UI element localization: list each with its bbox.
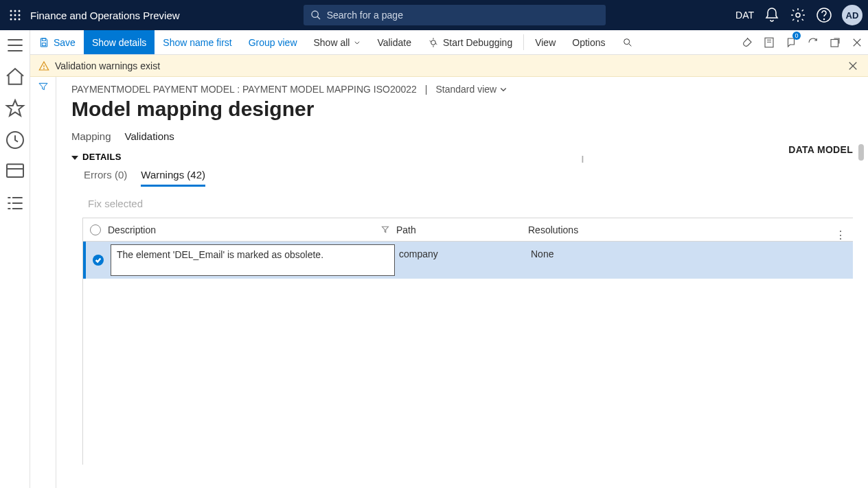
table-header: Description Path Resolutions ⋮ bbox=[83, 218, 853, 242]
splitter-handle[interactable]: || bbox=[582, 155, 582, 163]
warning-banner: Validation warnings exist bbox=[30, 55, 868, 77]
svg-rect-26 bbox=[42, 38, 45, 40]
app-launcher-icon[interactable] bbox=[5, 5, 25, 25]
options-button[interactable]: Options bbox=[564, 30, 613, 54]
cell-path: company bbox=[399, 242, 531, 279]
scrollbar-thumb[interactable] bbox=[858, 144, 864, 161]
col-resolutions[interactable]: Resolutions bbox=[528, 224, 578, 235]
select-all-column[interactable] bbox=[83, 224, 108, 235]
svg-line-34 bbox=[629, 44, 631, 46]
office-icon[interactable] bbox=[758, 30, 780, 54]
hamburger-icon[interactable] bbox=[4, 34, 26, 56]
recent-icon[interactable] bbox=[4, 129, 26, 151]
svg-line-31 bbox=[430, 40, 431, 41]
group-view-button[interactable]: Group view bbox=[240, 30, 306, 54]
collapse-icon bbox=[71, 154, 78, 161]
svg-line-32 bbox=[435, 43, 437, 44]
svg-point-0 bbox=[10, 10, 12, 12]
help-icon[interactable] bbox=[816, 7, 832, 23]
toolbar-divider bbox=[523, 34, 524, 50]
view-button[interactable]: View bbox=[527, 30, 564, 54]
warnings-table: Description Path Resolutions ⋮ bbox=[82, 218, 853, 465]
chevron-down-icon bbox=[354, 39, 361, 46]
svg-rect-36 bbox=[831, 39, 838, 47]
svg-point-5 bbox=[19, 14, 21, 16]
primary-tabs: Mapping Validations bbox=[71, 130, 853, 142]
fix-selected-button[interactable]: Fix selected bbox=[88, 198, 853, 209]
show-all-button[interactable]: Show all bbox=[306, 30, 369, 54]
action-toolbar: Save Show details Show name first Group … bbox=[30, 30, 868, 55]
start-debugging-button[interactable]: Start Debugging bbox=[420, 30, 521, 54]
column-filter-icon[interactable] bbox=[381, 224, 389, 235]
svg-point-6 bbox=[10, 19, 12, 21]
workspaces-icon[interactable] bbox=[4, 161, 26, 183]
close-icon[interactable] bbox=[846, 30, 868, 54]
breadcrumb-path: PAYMENTMODEL PAYMENT MODEL : PAYMENT MOD… bbox=[71, 84, 417, 95]
svg-point-28 bbox=[431, 40, 436, 45]
col-description[interactable]: Description bbox=[108, 224, 156, 235]
breadcrumb: PAYMENTMODEL PAYMENT MODEL : PAYMENT MOD… bbox=[71, 84, 853, 95]
tab-validations[interactable]: Validations bbox=[125, 130, 174, 142]
tab-mapping[interactable]: Mapping bbox=[71, 130, 111, 142]
top-app-bar: Finance and Operations Preview Search fo… bbox=[0, 0, 868, 30]
data-model-heading: DATA MODEL bbox=[788, 144, 853, 155]
table-row[interactable]: The element 'DEL_Email' is marked as obs… bbox=[83, 242, 853, 279]
view-selector[interactable]: Standard view bbox=[435, 84, 507, 95]
tab-errors[interactable]: Errors (0) bbox=[84, 169, 127, 187]
svg-point-7 bbox=[14, 19, 16, 21]
global-search-input[interactable]: Search for a page bbox=[304, 5, 606, 25]
svg-point-1 bbox=[14, 10, 16, 12]
search-icon bbox=[310, 10, 321, 21]
svg-point-11 bbox=[796, 13, 800, 17]
filter-column bbox=[30, 77, 56, 488]
save-icon bbox=[38, 37, 49, 48]
notifications-icon[interactable] bbox=[764, 7, 780, 23]
search-icon bbox=[622, 37, 633, 48]
svg-point-33 bbox=[624, 38, 629, 44]
chevron-down-icon bbox=[499, 85, 507, 93]
messages-badge: 0 bbox=[792, 32, 801, 40]
svg-point-8 bbox=[19, 19, 21, 21]
col-path[interactable]: Path bbox=[396, 224, 416, 235]
popout-icon[interactable] bbox=[824, 30, 846, 54]
details-header[interactable]: DETAILS bbox=[71, 152, 853, 162]
svg-point-3 bbox=[10, 14, 12, 16]
settings-icon[interactable] bbox=[790, 7, 806, 23]
debug-icon bbox=[428, 37, 439, 48]
svg-rect-35 bbox=[765, 38, 773, 47]
toolbar-search-button[interactable] bbox=[614, 30, 641, 54]
row-checkbox[interactable] bbox=[93, 255, 104, 266]
left-rail bbox=[0, 30, 30, 488]
save-button[interactable]: Save bbox=[30, 30, 84, 54]
refresh-icon[interactable] bbox=[802, 30, 824, 54]
cell-resolutions: None bbox=[531, 242, 853, 279]
search-placeholder: Search for a page bbox=[327, 10, 403, 21]
home-icon[interactable] bbox=[4, 66, 26, 88]
validate-button[interactable]: Validate bbox=[369, 30, 420, 54]
attachments-icon[interactable] bbox=[736, 30, 758, 54]
show-name-first-button[interactable]: Show name first bbox=[155, 30, 240, 54]
user-avatar[interactable]: AD bbox=[842, 5, 863, 25]
svg-point-40 bbox=[44, 68, 45, 69]
more-icon[interactable]: ⋮ bbox=[835, 230, 846, 241]
messages-icon[interactable]: 0 bbox=[780, 30, 802, 54]
svg-line-10 bbox=[317, 16, 320, 19]
svg-point-9 bbox=[312, 11, 318, 17]
modules-icon[interactable] bbox=[4, 192, 26, 214]
company-code[interactable]: DAT bbox=[735, 10, 754, 21]
tab-warnings[interactable]: Warnings (42) bbox=[141, 169, 205, 187]
top-right-cluster: DAT AD bbox=[735, 5, 863, 25]
cell-description[interactable]: The element 'DEL_Email' is marked as obs… bbox=[111, 244, 395, 276]
show-details-button[interactable]: Show details bbox=[84, 30, 155, 54]
filter-icon[interactable] bbox=[38, 81, 49, 92]
banner-text: Validation warnings exist bbox=[55, 60, 160, 71]
details-tabs: Errors (0) Warnings (42) bbox=[84, 169, 853, 187]
app-name: Finance and Operations Preview bbox=[30, 10, 180, 21]
svg-rect-27 bbox=[42, 43, 45, 45]
svg-point-2 bbox=[19, 10, 21, 12]
favorites-icon[interactable] bbox=[4, 97, 26, 119]
banner-close-button[interactable] bbox=[846, 59, 860, 73]
svg-rect-18 bbox=[7, 164, 23, 177]
page-title: Model mapping designer bbox=[71, 97, 853, 121]
svg-point-4 bbox=[14, 14, 16, 16]
